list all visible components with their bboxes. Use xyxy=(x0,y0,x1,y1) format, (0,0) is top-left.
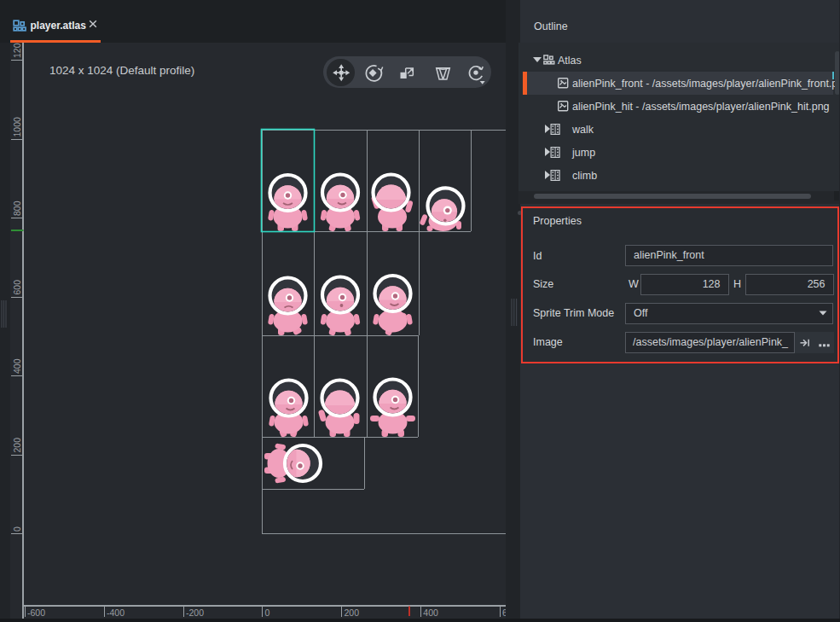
svg-text:-600: -600 xyxy=(27,607,45,618)
svg-text:1000: 1000 xyxy=(12,117,22,137)
svg-text:walk: walk xyxy=(571,124,594,136)
svg-text:0: 0 xyxy=(12,526,22,532)
svg-text:-200: -200 xyxy=(186,607,204,618)
svg-text:alienPink_hit - /assets/images: alienPink_hit - /assets/images/player/al… xyxy=(572,101,830,113)
svg-text:200: 200 xyxy=(345,607,360,618)
svg-text:400: 400 xyxy=(423,607,438,618)
svg-text:jump: jump xyxy=(571,147,595,159)
svg-text:600: 600 xyxy=(12,280,22,295)
svg-text:200: 200 xyxy=(12,438,22,453)
svg-text:climb: climb xyxy=(572,170,597,182)
svg-text:-400: -400 xyxy=(107,607,125,618)
svg-text:0: 0 xyxy=(265,607,270,618)
svg-text:Atlas: Atlas xyxy=(558,55,582,67)
svg-text:400: 400 xyxy=(12,358,22,374)
svg-text:800: 800 xyxy=(12,201,22,216)
svg-text:alienPink_front - /assets/imag: alienPink_front - /assets/images/player/… xyxy=(572,78,837,90)
svg-text:1200: 1200 xyxy=(12,43,22,58)
